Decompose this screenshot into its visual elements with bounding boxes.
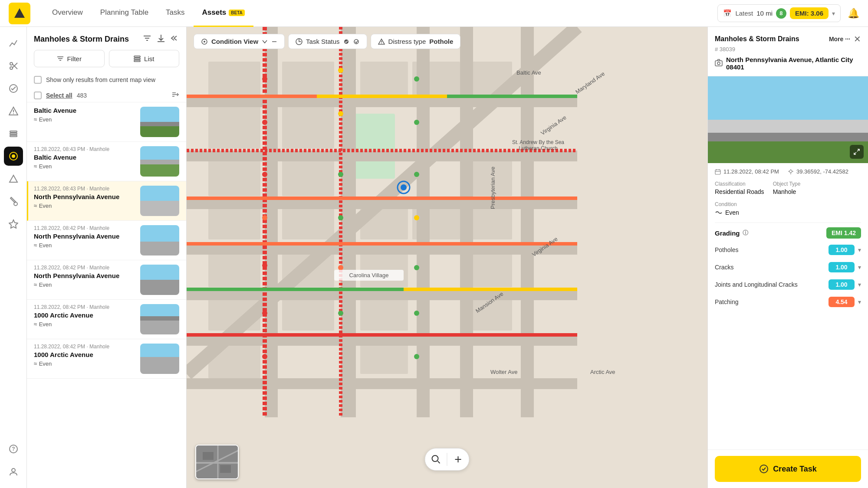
svg-point-87 — [262, 215, 267, 220]
chevron-down-icon[interactable]: ▾ — [832, 10, 835, 17]
svg-point-94 — [338, 215, 343, 220]
svg-point-88 — [262, 263, 267, 268]
svg-rect-34 — [208, 62, 260, 96]
select-all-checkbox[interactable] — [34, 92, 42, 99]
asset-item-image — [140, 344, 179, 374]
svg-text:Arctic Ave: Arctic Ave — [590, 369, 615, 375]
list-item[interactable]: 11.28.2022, 08:42 PM · Manhole North Pen… — [27, 260, 186, 300]
notifications-bell-icon[interactable]: 🔔 — [848, 8, 859, 19]
show-results-checkbox[interactable] — [34, 76, 42, 84]
filter-list-row: Filter List — [34, 50, 179, 67]
nav-tasks[interactable]: Tasks — [157, 0, 193, 27]
zoom-in-button[interactable] — [447, 449, 469, 470]
sidebar-star-icon[interactable] — [4, 214, 23, 233]
svg-line-128 — [438, 461, 440, 463]
svg-point-99 — [414, 172, 419, 177]
filter-button[interactable]: Filter — [34, 50, 105, 67]
sidebar-layers-icon[interactable] — [4, 124, 23, 143]
sidebar-help-icon[interactable]: ? — [4, 439, 23, 459]
list-item[interactable]: 11.28.2022, 08:43 PM · Manhole Baltic Av… — [27, 142, 186, 181]
map-zoom-controls — [425, 448, 470, 471]
nav-planning-table[interactable]: Planning Table — [92, 0, 157, 27]
list-item[interactable]: 11.28.2022, 08:43 PM · Manhole North Pen… — [27, 181, 186, 221]
nav-assets[interactable]: Assets BETA — [194, 0, 253, 27]
asset-item-condition: ≈ Even — [34, 163, 136, 170]
svg-point-97 — [414, 76, 419, 82]
close-button[interactable]: ✕ — [854, 34, 861, 44]
sidebar-warning-icon[interactable] — [4, 102, 23, 121]
asset-item-image — [140, 146, 179, 177]
sidebar-triangle-icon[interactable] — [4, 169, 23, 188]
svg-rect-57 — [469, 205, 512, 239]
object-type-value: Manhole — [773, 188, 801, 195]
asset-item-info: 11.28.2022, 08:42 PM · Manhole 1000 Arct… — [34, 344, 136, 374]
classification-field: Classification Residential Roads — [715, 181, 764, 195]
asset-item-name: 1000 Arctic Avenue — [34, 311, 136, 319]
svg-point-8 — [13, 113, 14, 114]
sidebar-user-icon[interactable] — [4, 462, 23, 481]
patching-chevron-icon[interactable]: ▾ — [858, 298, 861, 305]
list-button[interactable]: List — [109, 50, 180, 67]
list-item[interactable]: Baltic Avenue ≈ Even — [27, 102, 186, 142]
svg-point-2 — [10, 67, 13, 69]
cracks-score-row: Cracks 1.00 ▾ — [715, 260, 861, 274]
cracks-chevron-icon[interactable]: ▾ — [858, 264, 861, 271]
patching-label: Patching — [715, 298, 738, 305]
svg-point-150 — [760, 465, 768, 473]
divider — [715, 223, 861, 223]
list-item[interactable]: 11.28.2022, 08:42 PM · Manhole 1000 Arct… — [27, 339, 186, 379]
filter-icon[interactable] — [143, 34, 151, 45]
svg-rect-53 — [360, 296, 408, 331]
map-toolbar: Condition View Task Status Distress type… — [194, 34, 460, 49]
condition-view-button[interactable]: Condition View — [194, 34, 285, 49]
sidebar-paint-icon[interactable] — [4, 192, 23, 211]
svg-rect-9 — [10, 131, 17, 132]
svg-point-95 — [338, 265, 343, 270]
detail-id: # 38039 — [715, 46, 861, 52]
app-logo — [9, 3, 30, 24]
create-task-button[interactable]: Create Task — [715, 456, 861, 482]
svg-rect-47 — [352, 114, 395, 179]
condition-value: Even — [715, 209, 861, 216]
sort-icon[interactable] — [171, 91, 179, 100]
svg-rect-71 — [187, 378, 577, 389]
latest-control[interactable]: 📅 Latest 10 mi 8 EMI: 3.06 ▾ — [717, 4, 841, 22]
select-all-link[interactable]: Select all — [46, 92, 72, 99]
icon-sidebar: ? — [0, 27, 27, 488]
nav-overview[interactable]: Overview — [43, 0, 92, 27]
asset-item-condition: ≈ Even — [34, 202, 136, 209]
detail-title: Manholes & Storm Drains — [715, 35, 799, 43]
svg-marker-0 — [14, 8, 25, 18]
task-status-button[interactable]: Task Status — [288, 34, 367, 49]
list-item[interactable]: 11.28.2022, 08:42 PM · Manhole 1000 Arct… — [27, 300, 186, 339]
emi-badge[interactable]: EMI: 3.06 — [790, 7, 829, 19]
svg-rect-135 — [203, 452, 214, 460]
patching-score: 4.54 — [829, 297, 855, 307]
sidebar-scissors-icon[interactable] — [4, 56, 23, 75]
potholes-chevron-icon[interactable]: ▾ — [858, 246, 861, 253]
coords-value: 39.36592, -74.42582 — [796, 168, 848, 175]
asset-item-info: Baltic Avenue ≈ Even — [34, 107, 136, 137]
count-badge: 8 — [776, 8, 786, 19]
more-button[interactable]: More ··· — [829, 36, 850, 43]
svg-point-145 — [789, 170, 792, 173]
joints-chevron-icon[interactable]: ▾ — [858, 281, 861, 288]
svg-rect-44 — [282, 205, 334, 239]
search-button[interactable] — [425, 449, 447, 470]
distress-type-button[interactable]: Distress type Pothole — [371, 34, 461, 49]
distance-value: 10 mi — [756, 10, 773, 17]
detail-address-row: North Pennsylvania Avenue, Atlantic City… — [715, 56, 861, 71]
nav-right: 📅 Latest 10 mi 8 EMI: 3.06 ▾ 🔔 — [717, 4, 859, 22]
asset-item-condition: ≈ Even — [34, 360, 136, 367]
sidebar-circle-active-icon[interactable] — [4, 147, 23, 166]
list-item[interactable]: 11.28.2022, 08:42 PM · Manhole North Pen… — [27, 221, 186, 260]
sidebar-chart-icon[interactable] — [4, 34, 23, 53]
download-icon[interactable] — [157, 34, 165, 45]
expand-photo-button[interactable] — [850, 145, 864, 159]
detail-header-row: Manholes & Storm Drains More ··· ✕ — [715, 34, 861, 44]
collapse-icon[interactable] — [171, 34, 179, 45]
select-all-row: Select all 483 — [27, 87, 186, 102]
date-value: 11.28.2022, 08:42 PM — [723, 168, 779, 175]
asset-item-image — [140, 265, 179, 295]
sidebar-check-icon[interactable] — [4, 79, 23, 98]
